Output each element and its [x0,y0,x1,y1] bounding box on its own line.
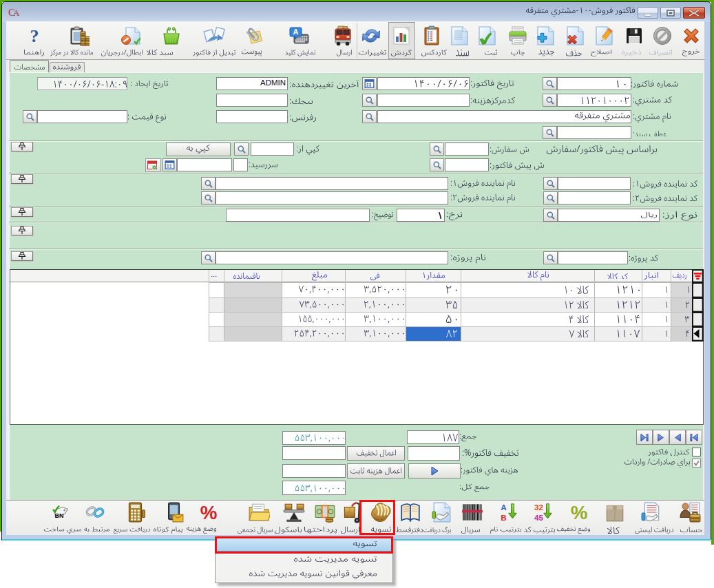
svg-text:A: A [293,28,298,36]
svg-text:32: 32 [534,503,544,512]
svg-text:A: A [501,503,507,512]
svg-text:B: B [501,513,506,522]
svg-text:%: % [570,502,587,523]
svg-text:BN: BN [55,512,64,519]
svg-text:45: 45 [534,513,544,522]
svg-text:%: % [200,502,217,523]
svg-text:?: ? [30,26,39,46]
